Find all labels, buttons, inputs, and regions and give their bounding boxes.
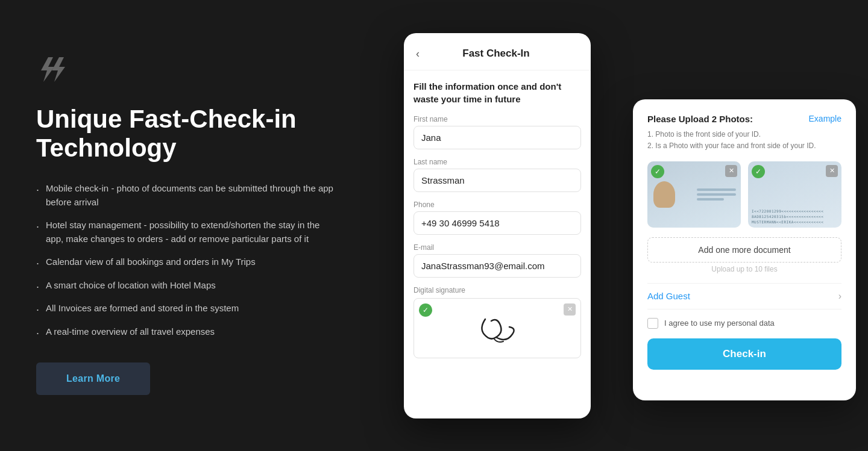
- signature-section: Digital signature ✓ ✕: [414, 286, 581, 358]
- back-button[interactable]: ‹: [414, 45, 422, 63]
- list-item: Hotel stay management - possibility to e…: [36, 219, 338, 246]
- email-label: E-mail: [414, 243, 581, 252]
- upload-title: Please Upload 2 Photos:: [647, 114, 753, 124]
- first-name-label: First name: [414, 115, 581, 123]
- email-input[interactable]: [414, 254, 581, 278]
- id-mrz: I<<722001299<<<<<<<<<<<<<<<<< 8AD8125420…: [752, 209, 838, 224]
- email-group: E-mail: [414, 243, 581, 278]
- signature-label: Digital signature: [414, 286, 581, 294]
- upload-instructions: 1. Photo is the front side of your ID. 2…: [647, 129, 841, 152]
- checkin-button[interactable]: Check-in: [647, 338, 841, 370]
- close-badge-2[interactable]: ✕: [826, 165, 838, 177]
- id-back-thumb: ✓ ✕ I<<722001299<<<<<<<<<<<<<<<<< 8AD812…: [748, 161, 841, 228]
- phone-content: Fill the information once and don't wast…: [404, 70, 591, 368]
- phone-header: ‹ Fast Check-In: [404, 33, 591, 70]
- main-phone-card: ‹ Fast Check-In Fill the information onc…: [404, 33, 591, 418]
- signature-graphic: [473, 310, 521, 346]
- list-item: Mobile check-in - photo of documents can…: [36, 182, 338, 209]
- right-panel: Please Upload 2 Photos: Example 1. Photo…: [374, 0, 868, 451]
- list-item: All Invoices are formed and stored in th…: [36, 302, 338, 316]
- add-guest-row[interactable]: Add Guest ›: [647, 283, 841, 309]
- first-name-group: First name: [414, 115, 581, 149]
- list-item: Calendar view of all bookings and orders…: [36, 255, 338, 269]
- last-name-input[interactable]: [414, 169, 581, 192]
- page-title: Unique Fast-Check-in Technology: [36, 105, 338, 163]
- first-name-input[interactable]: [414, 126, 581, 149]
- lightning-icon: [36, 56, 72, 83]
- chevron-right-icon: ›: [838, 291, 841, 302]
- agree-row: I agree to use my personal data: [647, 318, 841, 329]
- signature-check-badge: ✓: [419, 303, 432, 317]
- id-face-graphic: [653, 181, 675, 208]
- add-document-button[interactable]: Add one more document: [647, 237, 841, 263]
- svg-marker-1: [52, 57, 65, 82]
- checkin-subtitle: Fill the information once and don't wast…: [414, 80, 581, 105]
- header-title: Fast Check-In: [427, 48, 565, 60]
- svg-marker-0: [41, 57, 54, 82]
- signature-close-badge[interactable]: ✕: [564, 303, 576, 316]
- photo-row: ✓ ✕ ✓ ✕ I<<722001299<<<<<<<<<<<<: [647, 161, 841, 228]
- list-item: A real-time overview of all travel expen…: [36, 325, 338, 339]
- id-front-thumb: ✓ ✕: [647, 161, 741, 228]
- close-badge-1[interactable]: ✕: [725, 165, 737, 177]
- last-name-group: Last name: [414, 158, 581, 192]
- agree-text: I agree to use my personal data: [664, 319, 775, 328]
- list-item: A smart choice of location with Hotel Ma…: [36, 279, 338, 293]
- learn-more-button[interactable]: Learn More: [36, 362, 150, 395]
- last-name-label: Last name: [414, 158, 581, 166]
- agree-checkbox[interactable]: [647, 318, 658, 329]
- phone-label: Phone: [414, 201, 581, 209]
- feature-list: Mobile check-in - photo of documents can…: [36, 182, 338, 338]
- upload-panel: Please Upload 2 Photos: Example 1. Photo…: [633, 99, 856, 400]
- phone-input[interactable]: [414, 211, 581, 235]
- logo: [36, 56, 338, 86]
- id-lines-graphic: [697, 188, 736, 201]
- left-panel: Unique Fast-Check-in Technology Mobile c…: [0, 20, 374, 432]
- example-link[interactable]: Example: [809, 114, 841, 123]
- signature-box[interactable]: ✓ ✕: [414, 298, 581, 358]
- phone-group: Phone: [414, 201, 581, 235]
- upload-limit: Upload up to 10 files: [647, 265, 841, 273]
- add-guest-label: Add Guest: [647, 291, 690, 301]
